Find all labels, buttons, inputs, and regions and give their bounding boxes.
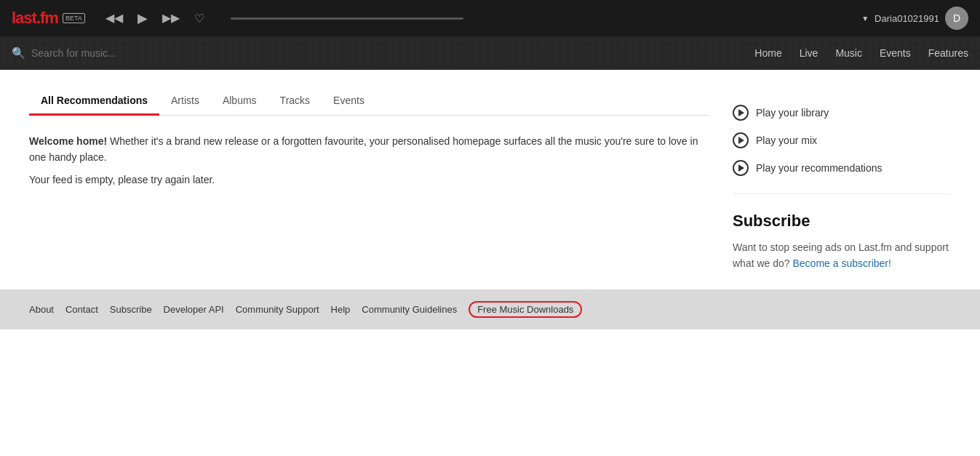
tabs-area: All Recommendations Artists Albums Track…: [29, 87, 709, 116]
logo[interactable]: last.fm: [12, 9, 58, 28]
play-library-icon: [733, 105, 749, 121]
play-library-label: Play your library: [756, 107, 829, 119]
user-area[interactable]: ▼ Daria01021991 D: [861, 7, 968, 30]
subscribe-title: Subscribe: [733, 212, 951, 231]
top-bar: last.fm BETA ◀◀ ▶ ▶▶ ♡ ▼ Daria01021991 D: [0, 0, 980, 36]
play-triangle-library: [738, 109, 744, 116]
main-left: All Recommendations Artists Albums Track…: [29, 87, 709, 272]
footer-subscribe[interactable]: Subscribe: [110, 304, 152, 315]
heart-button[interactable]: ♡: [191, 9, 207, 28]
fast-forward-button[interactable]: ▶▶: [159, 9, 183, 27]
player-controls: ◀◀ ▶ ▶▶ ♡: [103, 9, 207, 28]
play-recommendations[interactable]: Play your recommendations: [733, 154, 951, 182]
play-recommendations-icon: [733, 160, 749, 176]
nav-features[interactable]: Features: [928, 47, 968, 59]
play-library[interactable]: Play your library: [733, 99, 951, 127]
content-wrapper: All Recommendations Artists Albums Track…: [0, 70, 980, 289]
user-name[interactable]: Daria01021991: [875, 13, 939, 24]
tab-albums[interactable]: Albums: [211, 87, 268, 116]
secondary-bar: 🔍 Home Live Music Events Features: [0, 36, 980, 70]
footer-developer-api[interactable]: Developer API: [164, 304, 224, 315]
play-button[interactable]: ▶: [135, 9, 151, 28]
footer: About Contact Subscribe Developer API Co…: [0, 289, 980, 329]
feed-empty-text: Your feed is empty, please try again lat…: [29, 172, 709, 188]
play-recommendations-label: Play your recommendations: [756, 162, 883, 174]
nav-music[interactable]: Music: [835, 47, 862, 59]
progress-track[interactable]: [231, 17, 463, 20]
footer-help[interactable]: Help: [331, 304, 351, 315]
logo-area: last.fm BETA: [12, 9, 85, 28]
welcome-section: Welcome home! Whether it's a brand new r…: [29, 133, 709, 188]
search-icon: 🔍: [12, 47, 25, 60]
main-nav: Home Live Music Events Features: [754, 47, 968, 59]
footer-free-music-downloads[interactable]: Free Music Downloads: [469, 301, 582, 318]
user-menu-chevron: ▼: [861, 15, 869, 23]
welcome-body: Whether it's a brand new release or a fo…: [29, 135, 698, 163]
nav-events[interactable]: Events: [880, 47, 911, 59]
rewind-button[interactable]: ◀◀: [103, 9, 126, 27]
tab-tracks[interactable]: Tracks: [268, 87, 322, 116]
subscribe-section: Subscribe Want to stop seeing ads on Las…: [733, 212, 951, 272]
subscribe-link[interactable]: Become a subscriber!: [793, 257, 891, 269]
play-options: Play your library Play your mix Play you…: [733, 87, 951, 194]
progress-bar-area: [231, 17, 850, 20]
beta-badge: BETA: [63, 13, 85, 23]
tab-events[interactable]: Events: [322, 87, 376, 116]
sidebar-right: Play your library Play your mix Play you…: [733, 87, 951, 272]
search-input[interactable]: [31, 47, 177, 59]
tab-artists[interactable]: Artists: [159, 87, 211, 116]
play-triangle-recommendations: [738, 164, 744, 172]
user-avatar[interactable]: D: [945, 7, 968, 30]
tab-all-recommendations[interactable]: All Recommendations: [29, 87, 159, 116]
footer-about[interactable]: About: [29, 304, 54, 315]
play-mix-label: Play your mix: [756, 135, 817, 146]
search-area: 🔍: [12, 47, 754, 60]
nav-live[interactable]: Live: [800, 47, 818, 59]
play-mix[interactable]: Play your mix: [733, 127, 951, 154]
tabs: All Recommendations Artists Albums Track…: [29, 87, 709, 116]
footer-community-guidelines[interactable]: Community Guidelines: [362, 304, 457, 315]
footer-community-support[interactable]: Community Support: [236, 304, 319, 315]
footer-contact[interactable]: Contact: [65, 304, 98, 315]
play-triangle-mix: [738, 137, 744, 144]
welcome-text: Welcome home! Whether it's a brand new r…: [29, 133, 709, 166]
nav-home[interactable]: Home: [754, 47, 781, 59]
subscribe-text: Want to stop seeing ads on Last.fm and s…: [733, 239, 951, 272]
play-mix-icon: [733, 132, 749, 148]
